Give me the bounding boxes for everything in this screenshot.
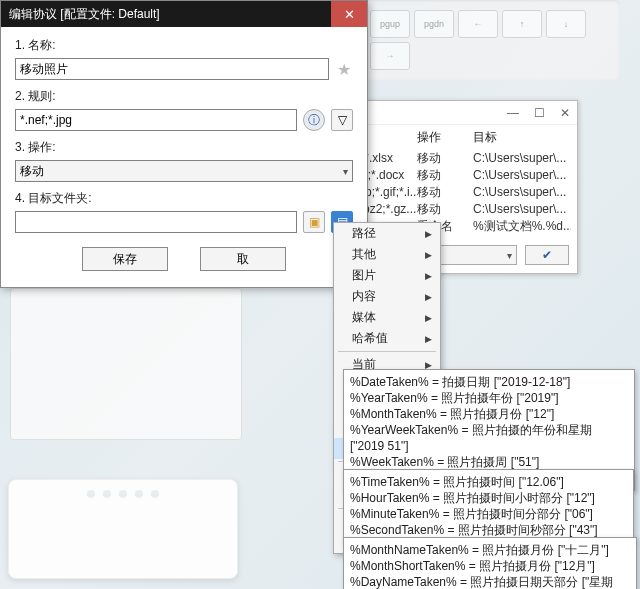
edit-protocol-dialog: 编辑协议 [配置文件: Default] ✕ 1. 名称: ★ 2. 规则: ⓘ…	[0, 0, 368, 288]
variable-tooltip-month: %MonthNameTaken% = 照片拍摄月份 ["十二月"]%MonthS…	[343, 537, 637, 589]
dialog-title: 编辑协议 [配置文件: Default]	[9, 6, 160, 23]
menu-item[interactable]: 哈希值▶	[334, 328, 440, 349]
browse-folder-icon[interactable]: ▣	[303, 211, 325, 233]
chevron-down-icon: ▾	[343, 166, 348, 177]
menu-item[interactable]: 路径▶	[334, 223, 440, 244]
action-label: 3. 操作:	[15, 139, 353, 156]
chevron-right-icon: ▶	[425, 292, 432, 302]
close-icon[interactable]: ✕	[557, 106, 573, 120]
menu-item[interactable]: 媒体▶	[334, 307, 440, 328]
maximize-icon[interactable]: ☐	[531, 106, 547, 120]
chevron-right-icon: ▶	[425, 334, 432, 344]
table-row[interactable]: s;*.xlsx移动C:\Users\super\...	[355, 150, 571, 167]
table-row[interactable]: *.bz2;*.gz...移动C:\Users\super\...	[355, 201, 571, 218]
filter-icon[interactable]: ▽	[331, 109, 353, 131]
variable-tooltip-time: %TimeTaken% = 照片拍摄时间 ["12.06"]%HourTaken…	[343, 469, 634, 543]
table-row[interactable]: oc;*.docx移动C:\Users\super\...	[355, 167, 571, 184]
target-label: 4. 目标文件夹:	[15, 190, 353, 207]
cancel-button[interactable]: 取	[200, 247, 286, 271]
window-controls: — ☐ ✕	[349, 101, 577, 125]
titlebar: 编辑协议 [配置文件: Default] ✕	[1, 1, 367, 27]
bg-touchpad	[10, 288, 242, 440]
rule-input[interactable]	[15, 109, 297, 131]
chevron-right-icon: ▶	[425, 313, 432, 323]
confirm-button[interactable]: ✔	[525, 245, 569, 265]
table-row[interactable]: mp;*.gif;*.i...移动C:\Users\super\...	[355, 184, 571, 201]
menu-item[interactable]: 图片▶	[334, 265, 440, 286]
table-header: 操作目标	[355, 129, 571, 146]
name-input[interactable]	[15, 58, 329, 80]
bg-device	[8, 479, 238, 579]
chevron-right-icon: ▶	[425, 229, 432, 239]
menu-separator	[338, 351, 436, 352]
menu-item[interactable]: 其他▶	[334, 244, 440, 265]
name-label: 1. 名称:	[15, 37, 353, 54]
chevron-right-icon: ▶	[425, 250, 432, 260]
menu-item[interactable]: 内容▶	[334, 286, 440, 307]
minimize-icon[interactable]: —	[505, 106, 521, 120]
save-button[interactable]: 保存	[82, 247, 168, 271]
rule-label: 2. 规则:	[15, 88, 353, 105]
target-input[interactable]	[15, 211, 297, 233]
chevron-down-icon: ▾	[507, 250, 512, 261]
favorite-star-icon[interactable]: ★	[335, 60, 353, 78]
bg-keyboard: pguppgdn ←↑ ↓→	[360, 0, 620, 80]
action-select[interactable]: 移动▾	[15, 160, 353, 182]
info-icon[interactable]: ⓘ	[303, 109, 325, 131]
chevron-right-icon: ▶	[425, 271, 432, 281]
chevron-right-icon: ▶	[425, 360, 432, 370]
close-button[interactable]: ✕	[331, 1, 367, 27]
